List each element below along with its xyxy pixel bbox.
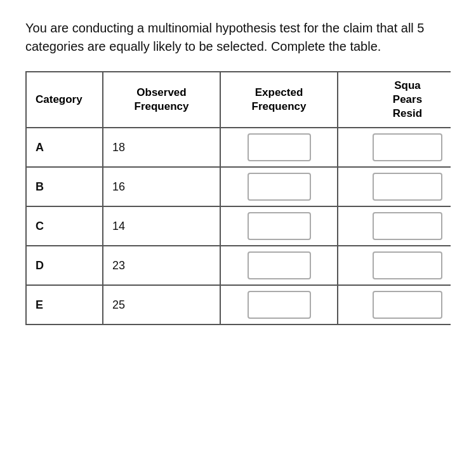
category-cell: B (27, 167, 103, 206)
squared-residual-input-d[interactable] (373, 251, 442, 279)
squared-residual-input-b[interactable] (373, 173, 442, 201)
category-cell: A (27, 128, 103, 167)
table-row: D23 (27, 246, 451, 285)
expected-input-cell[interactable] (220, 206, 338, 246)
expected-input-cell[interactable] (220, 246, 338, 285)
observed-cell: 14 (103, 206, 220, 246)
expected-frequency-header: Expected Frequency (220, 72, 338, 128)
squared-residual-input-cell[interactable] (338, 167, 451, 206)
expected-input-b[interactable] (248, 173, 311, 201)
expected-input-d[interactable] (248, 251, 311, 279)
observed-frequency-header: Observed Frequency (103, 72, 220, 128)
squared-residual-input-cell[interactable] (338, 206, 451, 246)
table-row: B16 (27, 167, 451, 206)
expected-input-e[interactable] (248, 291, 311, 319)
table-row: E25 (27, 285, 451, 324)
category-cell: D (27, 246, 103, 285)
data-table: Category Observed Frequency Expected Fre… (25, 71, 451, 325)
observed-cell: 18 (103, 128, 220, 167)
expected-input-cell[interactable] (220, 128, 338, 167)
expected-input-cell[interactable] (220, 285, 338, 324)
squared-residual-input-c[interactable] (373, 212, 442, 240)
squared-residual-input-cell[interactable] (338, 128, 451, 167)
table-row: C14 (27, 206, 451, 246)
squared-residual-input-a[interactable] (373, 133, 442, 161)
expected-input-cell[interactable] (220, 167, 338, 206)
squared-pearson-header: SquaPearsResid (338, 72, 451, 128)
observed-cell: 23 (103, 246, 220, 285)
squared-residual-input-cell[interactable] (338, 246, 451, 285)
table-row: A18 (27, 128, 451, 167)
squared-residual-input-e[interactable] (373, 291, 442, 319)
category-cell: C (27, 206, 103, 246)
intro-paragraph: You are conducting a multinomial hypothe… (25, 19, 451, 56)
category-header: Category (27, 72, 103, 128)
observed-cell: 25 (103, 285, 220, 324)
expected-input-a[interactable] (248, 133, 311, 161)
squared-residual-input-cell[interactable] (338, 285, 451, 324)
category-cell: E (27, 285, 103, 324)
expected-input-c[interactable] (248, 212, 311, 240)
observed-cell: 16 (103, 167, 220, 206)
